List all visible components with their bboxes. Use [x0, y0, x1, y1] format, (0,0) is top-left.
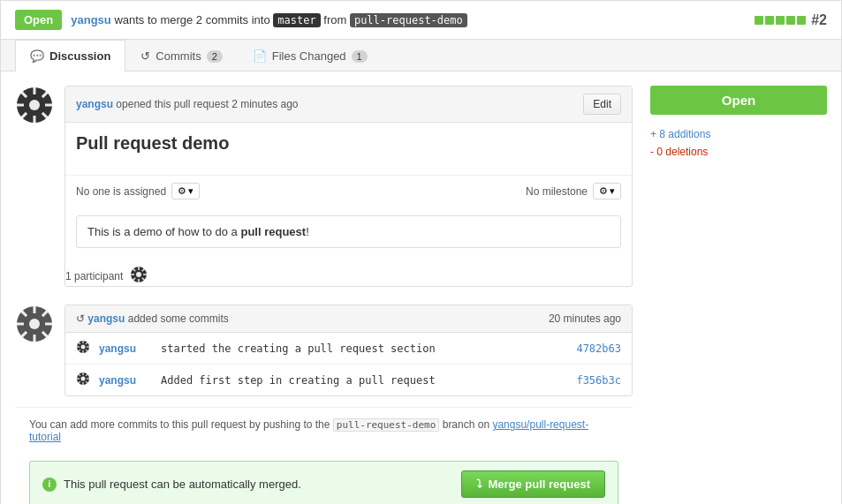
no-milestone-text: No milestone	[526, 185, 588, 198]
merge-pull-request-button[interactable]: ⤵ Merge pull request	[461, 470, 605, 498]
tabs-container: 💬 Discussion ↺ Commits 2 📄 Files Changed…	[1, 40, 841, 71]
header-from: from	[323, 13, 346, 26]
commits-section: ↺ yangsu added some commits 20 minutes a…	[15, 305, 633, 396]
pr-header: Open yangsu wants to merge 2 commits int…	[1, 1, 841, 40]
gear-icon: ⚙	[178, 185, 186, 197]
target-branch-tag: master	[273, 13, 320, 27]
tab-files-label: Files Changed	[272, 49, 346, 63]
progress-bar-2	[765, 16, 774, 25]
footer-before: You can add more commits to this pull re…	[29, 418, 330, 431]
assignee-gear-button[interactable]: ⚙ ▾	[171, 183, 200, 199]
milestone-dropdown-arrow: ▾	[610, 185, 615, 197]
merge-button-label: Merge pull request	[488, 478, 590, 491]
body-bold-text: pull request	[240, 225, 306, 238]
commit-2-author[interactable]: yangsu	[99, 374, 152, 387]
commits-time: 20 minutes ago	[549, 312, 621, 325]
sidebar-additions: + 8 additions	[650, 125, 827, 143]
pr-header-text: yangsu wants to merge 2 commits into mas…	[71, 13, 746, 26]
commits-avatar	[15, 305, 54, 343]
pr-card-body: Pull request demo	[65, 123, 632, 175]
body-end: !	[306, 225, 309, 238]
commits-count-badge: 2	[207, 50, 223, 63]
commits-card: ↺ yangsu added some commits 20 minutes a…	[64, 305, 633, 396]
commit-row-1: yangsu started the creating a pull reque…	[65, 333, 632, 365]
svg-point-31	[81, 345, 86, 350]
commits-icon: ↺	[140, 49, 150, 63]
sidebar-deletions: - 0 deletions	[650, 143, 827, 161]
assignee-item: No one is assigned ⚙ ▾	[76, 183, 200, 199]
footer-middle: branch on	[443, 418, 493, 431]
footer-text: You can add more commits to this pull re…	[15, 407, 633, 454]
commits-action-text: added some commits	[128, 312, 229, 325]
commits-avatar-row: ↺ yangsu added some commits 20 minutes a…	[15, 305, 633, 396]
pr-card-header: yangsu opened this pull request 2 minute…	[65, 87, 632, 123]
participants-row: 1 participant	[65, 259, 632, 286]
commit-2-mini-avatar	[76, 372, 90, 388]
tab-commits-label: Commits	[156, 49, 201, 63]
svg-point-1	[29, 100, 40, 110]
tab-commits[interactable]: ↺ Commits 2	[125, 40, 237, 71]
progress-bar-5	[797, 16, 806, 25]
svg-point-11	[136, 272, 141, 277]
milestone-item: No milestone ⚙ ▾	[526, 183, 621, 199]
commit-1-message: started the creating a pull request sect…	[161, 342, 567, 355]
files-count-badge: 1	[352, 50, 368, 63]
commits-author-link[interactable]: yangsu	[87, 312, 125, 325]
svg-point-41	[81, 377, 86, 381]
pr-title: Pull request demo	[76, 133, 621, 154]
files-icon: 📄	[253, 49, 267, 63]
merge-message: This pull request can be automatically m…	[64, 478, 301, 491]
progress-bar-3	[776, 16, 785, 25]
commit-1-author[interactable]: yangsu	[99, 342, 152, 355]
body-text-before: This is a demo of how to do a	[87, 225, 238, 238]
commit-1-sha[interactable]: 4782b63	[576, 342, 621, 355]
sidebar-open-button[interactable]: Open	[650, 86, 827, 115]
participants-count: 1 participant	[65, 270, 123, 282]
commit-2-sha[interactable]: f356b3c	[576, 374, 621, 387]
commits-icon-arrow: ↺	[76, 312, 85, 325]
commit-row-2: yangsu Added first step in creating a pu…	[65, 365, 632, 395]
milestone-gear-button[interactable]: ⚙ ▾	[593, 183, 621, 199]
sidebar: Open + 8 additions - 0 deletions	[650, 86, 827, 504]
commit-2-message: Added first step in creating a pull requ…	[161, 374, 567, 387]
info-icon: i	[42, 478, 57, 492]
tab-discussion-label: Discussion	[49, 49, 110, 63]
header-user-link[interactable]: yangsu	[71, 13, 111, 26]
pr-progress: #2	[755, 12, 827, 28]
merge-icon: ⤵	[476, 478, 482, 491]
progress-bars	[755, 16, 806, 25]
commits-card-header: ↺ yangsu added some commits 20 minutes a…	[65, 305, 632, 333]
merge-info: i This pull request can be automatically…	[42, 478, 301, 492]
commits-header-text: ↺ yangsu added some commits	[76, 312, 229, 325]
progress-bar-1	[755, 16, 763, 25]
edit-button[interactable]: Edit	[583, 94, 621, 115]
assign-row: No one is assigned ⚙ ▾ No milestone ⚙ ▾	[65, 175, 632, 207]
pr-author-link[interactable]: yangsu	[76, 98, 113, 110]
main-content: yangsu opened this pull request 2 minute…	[1, 71, 841, 504]
pr-card-meta: yangsu opened this pull request 2 minute…	[76, 98, 299, 110]
pr-number: #2	[811, 12, 827, 28]
content-left: yangsu opened this pull request 2 minute…	[15, 86, 633, 504]
tab-files-changed[interactable]: 📄 Files Changed 1	[238, 40, 383, 71]
tab-discussion[interactable]: 💬 Discussion	[15, 40, 125, 71]
pr-body-text: This is a demo of how to do a pull reque…	[76, 215, 621, 248]
source-branch-tag: pull-request-demo	[350, 13, 467, 27]
no-assignee-text: No one is assigned	[76, 185, 166, 198]
progress-bar-4	[786, 16, 795, 25]
pr-avatar-row: yangsu opened this pull request 2 minute…	[15, 86, 633, 287]
status-badge: Open	[15, 10, 62, 30]
commit-1-mini-avatar	[76, 340, 90, 357]
header-desc: wants to merge 2 commits into	[114, 13, 269, 26]
footer-branch-code: pull-request-demo	[333, 418, 440, 432]
participant-avatar-icon	[130, 266, 148, 286]
milestone-gear-icon: ⚙	[599, 185, 608, 197]
gear-dropdown-arrow: ▾	[188, 185, 193, 197]
pr-opened-text: opened this pull request 2 minutes ago	[116, 98, 298, 110]
svg-point-21	[29, 319, 40, 329]
pr-card: yangsu opened this pull request 2 minute…	[64, 86, 633, 287]
author-avatar	[15, 86, 54, 124]
discussion-icon: 💬	[30, 49, 44, 63]
merge-bar: i This pull request can be automatically…	[29, 461, 618, 504]
page-wrapper: Open yangsu wants to merge 2 commits int…	[0, 0, 842, 504]
